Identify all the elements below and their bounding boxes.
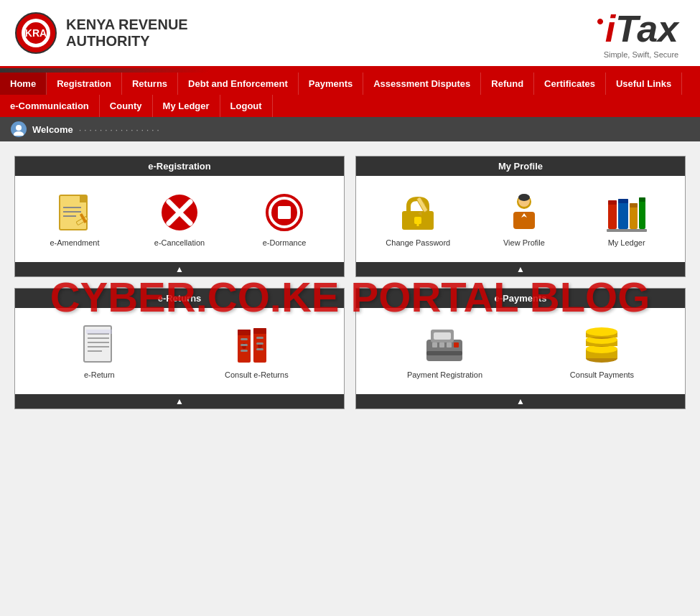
myprofile-footer: ▲ [356,262,685,276]
payment-registration-label: Payment Registration [407,370,482,379]
nav-my-ledger[interactable]: My Ledger [153,95,220,117]
consult-ereturns-item[interactable]: Consult e-Returns [225,323,289,379]
nav-refund[interactable]: Refund [481,73,534,95]
svg-rect-52 [241,338,248,340]
svg-rect-38 [607,229,647,232]
header-left: KRA Kenya Revenue Authority [14,11,188,55]
view-profile-label: View Profile [503,238,545,247]
kra-name-line1: Kenya Revenue [66,17,188,33]
svg-rect-56 [256,342,263,345]
my-ledger-label: My Ledger [608,238,645,247]
consult-payments-label: Consult Payments [570,370,634,379]
svg-rect-54 [241,350,248,352]
svg-rect-62 [432,342,437,347]
svg-rect-65 [454,342,459,347]
svg-rect-57 [256,348,263,350]
svg-point-27 [518,194,530,201]
ereturns-footer: ▲ [15,394,344,409]
svg-rect-33 [618,199,628,203]
ereturns-arrow: ▲ [175,396,184,406]
epayments-card: e-Payments [355,288,686,409]
nav-registration[interactable]: Registration [47,73,122,95]
svg-point-5 [14,131,24,136]
eregistration-card: e-Registration [14,156,345,277]
e-dormance-item[interactable]: e-Dormance [256,191,313,247]
dashboard-grid: e-Registration [14,156,686,409]
view-profile-icon [503,191,546,234]
nav-returns[interactable]: Returns [122,73,178,95]
my-ledger-item[interactable]: My Ledger [598,191,655,247]
nav-debt-enforcement[interactable]: Debt and Enforcement [178,73,299,95]
ereturns-body: e-Return [15,308,344,394]
svg-rect-32 [618,199,628,229]
welcome-avatar [11,121,27,137]
change-password-item[interactable]: Change Password [386,191,450,247]
itax-i-letter: • i [597,7,615,50]
itax-swoosh [680,7,686,50]
itax-tax-text: Tax [615,7,678,50]
kra-logo: KRA [14,11,57,55]
e-return-label: e-Return [84,370,115,379]
navigation: Home Registration Returns Debt and Enfor… [0,73,700,117]
e-dormance-label: e-Dormance [263,238,307,247]
e-amendment-item[interactable]: e-Amendment [46,191,103,247]
e-return-item[interactable]: e-Return [70,323,128,379]
svg-rect-8 [80,195,87,202]
epayments-arrow: ▲ [516,396,525,406]
main-content: e-Registration [0,141,700,424]
svg-rect-53 [241,344,248,346]
kra-name: Kenya Revenue Authority [66,17,188,50]
myprofile-body: Change Password [356,176,685,262]
myprofile-arrow: ▲ [516,264,525,274]
nav-row-1: Home Registration Returns Debt and Enfor… [0,73,700,95]
itax-logo: • i Tax Simple, Swift, Secure [597,7,686,59]
e-cancellation-label: e-Cancellation [154,238,205,247]
kra-name-line2: Authority [66,33,188,50]
nav-assessment-disputes[interactable]: Assessment Disputes [363,73,481,95]
svg-rect-60 [434,332,451,340]
svg-rect-55 [256,337,263,339]
page-header: KRA Kenya Revenue Authority • i Tax [0,0,700,68]
welcome-bar: Welcome · · · · · · · · · · · · · · · · [0,117,700,141]
consult-ereturns-label: Consult e-Returns [225,370,289,379]
epayments-footer: ▲ [356,394,685,409]
eregistration-arrow: ▲ [175,264,184,274]
nav-e-communication[interactable]: e-Communication [0,95,100,117]
change-password-label: Change Password [386,238,450,247]
ereturns-title: e-Returns [15,289,344,308]
eregistration-title: e-Registration [15,157,344,176]
ereturns-card: e-Returns [14,288,345,409]
e-cancellation-item[interactable]: e-Cancellation [151,191,208,247]
svg-rect-45 [86,330,112,334]
e-return-icon [78,323,121,366]
svg-rect-37 [639,197,645,202]
payment-registration-item[interactable]: Payment Registration [407,323,482,379]
nav-home[interactable]: Home [0,73,47,95]
myprofile-title: My Profile [356,157,685,176]
svg-point-74 [586,327,617,336]
svg-rect-36 [639,197,645,229]
eregistration-body: e-Amendment e-Cancellation [15,176,344,262]
svg-rect-47 [238,330,251,335]
eregistration-footer: ▲ [15,262,344,276]
e-amendment-icon [53,191,96,234]
nav-county[interactable]: County [100,95,153,117]
svg-rect-63 [439,342,444,347]
welcome-username: · · · · · · · · · · · · · · · · [79,124,159,135]
view-profile-item[interactable]: View Profile [495,191,553,247]
nav-useful-links[interactable]: Useful Links [606,73,682,95]
nav-logout[interactable]: Logout [220,95,273,117]
e-amendment-label: e-Amendment [50,238,99,247]
consult-payments-item[interactable]: Consult Payments [570,323,634,379]
epayments-body: Payment Registration [356,308,685,394]
itax-tagline: Simple, Swift, Secure [604,50,679,59]
consult-ereturns-icon [235,323,278,366]
consult-payments-icon [580,323,623,366]
nav-payments[interactable]: Payments [299,73,363,95]
svg-rect-64 [447,342,452,347]
svg-rect-61 [426,351,462,355]
welcome-label: Welcome [32,124,73,135]
nav-certificates[interactable]: Certificates [534,73,606,95]
svg-rect-50 [253,328,266,334]
svg-point-4 [16,125,22,131]
